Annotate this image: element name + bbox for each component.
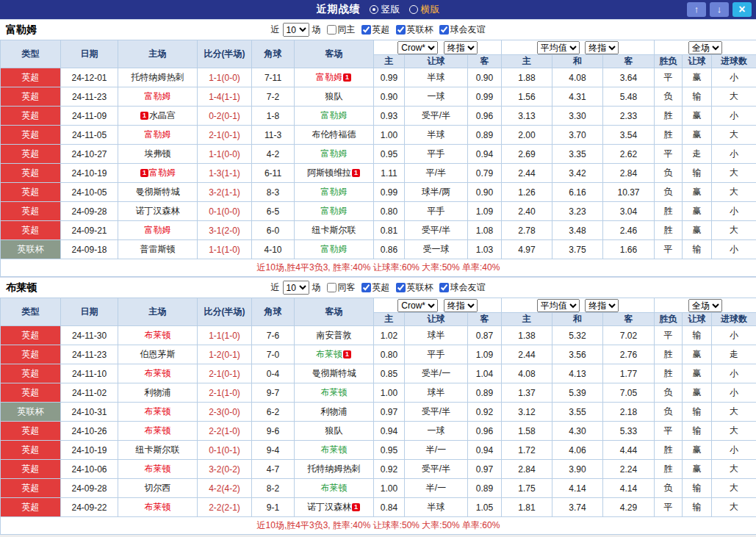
avg-select[interactable]: 平均值 [537, 41, 580, 54]
corners-cell: 9-4 [252, 441, 295, 460]
league-checkbox[interactable] [361, 283, 371, 292]
home-team-cell: 布莱顿 [118, 460, 198, 479]
team-name-text: 曼彻斯特城 [136, 187, 180, 197]
odds-time-select[interactable]: 终指 [444, 299, 478, 312]
away-team-cell: 富勒姆 [295, 107, 374, 126]
col-header-home: 主场 [118, 298, 198, 326]
team-name-text: 布莱顿 [321, 444, 348, 455]
odds-source-select[interactable]: Crow* [397, 299, 438, 312]
team-name-text: 富勒姆 [149, 167, 176, 178]
layout-radio-horizontal[interactable]: 横版 [409, 3, 440, 16]
handicap-cell: 受平/半 [405, 221, 468, 240]
same-venue-checkbox[interactable] [327, 25, 336, 35]
team-name-text: 富勒姆 [145, 129, 171, 140]
avg-home-cell: 1.26 [502, 183, 552, 202]
goals-result-cell: 大 [712, 498, 756, 517]
match-row: 英超24-11-30布莱顿1-1(1-0)7-6南安普敦1.02球半0.871.… [1, 326, 756, 345]
col-header-odds-away: 客 [468, 313, 502, 326]
scope-select[interactable]: 全场 [688, 41, 722, 54]
odds-away-cell: 0.94 [468, 441, 502, 460]
odds-away-cell: 0.99 [468, 87, 502, 107]
odds-home-cell: 0.92 [374, 460, 405, 479]
avg-dropdown-cell: 平均值 终指 [502, 40, 655, 55]
goals-result-cell: 小 [712, 383, 756, 403]
league-checkbox[interactable] [396, 25, 406, 35]
team-name-text: 水晶宫 [149, 110, 176, 120]
corners-cell: 7-0 [252, 345, 295, 364]
league-filter-premier[interactable]: 英超 [359, 24, 390, 36]
close-button[interactable]: × [732, 2, 752, 17]
away-team-cell: 布伦特福德 [295, 126, 374, 145]
odds-away-cell: 0.89 [468, 479, 502, 498]
odds-home-cell: 1.00 [374, 126, 405, 145]
avg-home-cell: 1.72 [502, 441, 552, 460]
avg-select[interactable]: 平均值 [537, 299, 580, 312]
team-name-text: 利物浦 [145, 387, 171, 397]
league-checkbox[interactable] [361, 25, 371, 35]
window-buttons: ↑ ↓ × [687, 2, 752, 17]
match-count-select[interactable]: 10 [283, 281, 309, 295]
league-label: 英联杯 [407, 24, 433, 36]
col-header-goals: 进球数 [712, 313, 756, 326]
league-filter-friendly[interactable]: 球会友谊 [436, 24, 486, 36]
league-checkbox[interactable] [439, 283, 449, 292]
same-venue-filter[interactable]: 同客 [324, 281, 356, 294]
match-row: 英超24-11-02利物浦2-1(1-0)9-7布莱顿1.00球半0.891.3… [1, 383, 756, 403]
league-type-cell: 英超 [1, 326, 61, 345]
handicap-cell: 球半/两 [405, 183, 468, 202]
odds-away-cell: 0.92 [468, 403, 502, 422]
league-filter-cup[interactable]: 英联杯 [393, 24, 433, 36]
goals-result-cell: 小 [712, 364, 756, 383]
scroll-up-button[interactable]: ↑ [687, 2, 706, 17]
league-filter-friendly[interactable]: 球会友谊 [436, 281, 486, 294]
league-filter-cup[interactable]: 英联杯 [393, 281, 433, 294]
scope-select[interactable]: 全场 [688, 299, 722, 312]
team-name-text: 布莱顿 [145, 406, 171, 417]
layout-radio-vertical[interactable]: 竖版 [370, 3, 400, 16]
odds-time-select[interactable]: 终指 [444, 41, 478, 54]
odds-home-cell: 0.95 [374, 441, 405, 460]
match-row: 英超24-09-21富勒姆3-1(2-0)6-0纽卡斯尔联0.81受平/半1.0… [1, 221, 756, 240]
match-count-select[interactable]: 10 [283, 23, 309, 37]
score-cell: 0-1(0-1) [198, 441, 252, 460]
away-team-cell: 阿斯顿维拉1 [295, 164, 374, 183]
match-row: 英超24-10-26布莱顿2-2(1-0)9-6狼队0.94一球0.961.58… [1, 422, 756, 441]
handicap-result-cell: 输 [683, 164, 712, 183]
goals-result-cell: 大 [712, 422, 756, 441]
match-row: 英超24-10-191富勒姆1-3(1-1)6-11阿斯顿维拉11.11平/半0… [1, 164, 756, 183]
away-team-cell: 富勒姆 [295, 240, 374, 259]
handicap-result-cell: 输 [683, 403, 712, 422]
league-checkbox[interactable] [396, 283, 406, 292]
avg-draw-cell: 3.75 [552, 240, 603, 259]
winlose-cell: 负 [655, 383, 683, 403]
match-date-cell: 24-11-23 [61, 87, 118, 107]
scroll-down-button[interactable]: ↓ [710, 2, 729, 17]
handicap-cell: 受一球 [405, 240, 468, 259]
titlebar-center: 近期战绩 竖版 横版 [317, 3, 440, 16]
odds-home-cell: 0.95 [374, 145, 405, 164]
handicap-result-cell: 输 [683, 87, 712, 107]
avg-home-cell: 1.75 [502, 479, 552, 498]
avg-time-select[interactable]: 终指 [585, 299, 619, 312]
same-venue-checkbox[interactable] [327, 283, 336, 292]
team-name-text: 布莱顿 [145, 368, 171, 378]
avg-away-cell: 2.46 [603, 221, 655, 240]
goals-result-cell: 大 [712, 460, 756, 479]
league-type-cell: 英超 [1, 126, 61, 145]
league-type-cell: 英超 [1, 460, 61, 479]
score-cell: 1-1(0-0) [198, 68, 252, 87]
league-filter-premier[interactable]: 英超 [359, 281, 390, 294]
avg-time-select[interactable]: 终指 [585, 41, 619, 54]
score-cell: 1-1(0-0) [198, 145, 252, 164]
same-venue-filter[interactable]: 同主 [324, 24, 356, 36]
home-team-cell: 富勒姆 [118, 126, 198, 145]
away-team-cell: 富勒姆 [295, 183, 374, 202]
odds-source-select[interactable]: Crow* [397, 41, 438, 54]
odds-home-cell: 1.00 [374, 383, 405, 403]
odds-away-cell: 0.90 [468, 68, 502, 87]
score-cell: 0-1(0-0) [198, 202, 252, 221]
match-row: 英联杯24-10-31布莱顿2-3(0-0)6-2利物浦0.97受平/半0.92… [1, 403, 756, 422]
away-team-cell: 布莱顿 [295, 383, 374, 403]
handicap-cell: 平/半 [405, 164, 468, 183]
league-checkbox[interactable] [439, 25, 449, 35]
